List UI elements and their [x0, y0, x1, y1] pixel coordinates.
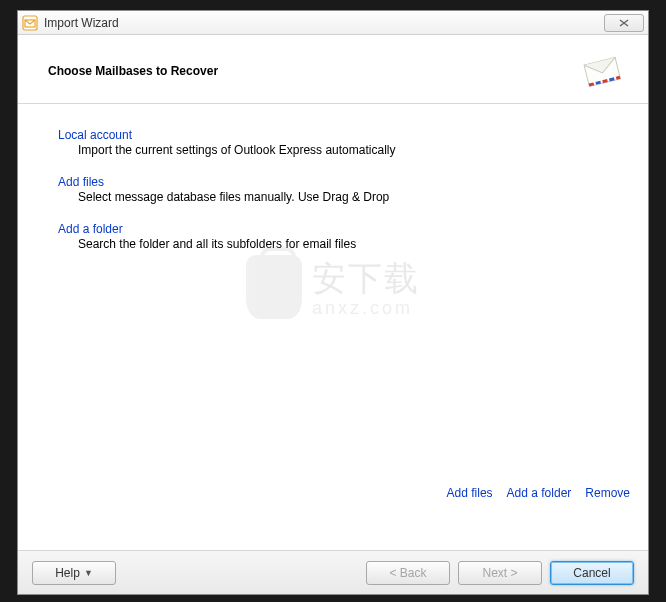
- add-files-desc: Select message database files manually. …: [58, 190, 618, 204]
- page-title: Choose Mailbases to Recover: [48, 64, 218, 78]
- action-remove[interactable]: Remove: [585, 486, 630, 500]
- option-add-folder: Add a folder Search the folder and all i…: [58, 222, 618, 251]
- back-label: < Back: [389, 566, 426, 580]
- option-local-account: Local account Import the current setting…: [58, 128, 618, 157]
- import-wizard-window: Import Wizard Choose Mailbases to Recove…: [17, 10, 649, 595]
- add-files-link[interactable]: Add files: [58, 175, 104, 189]
- app-icon: [22, 15, 38, 31]
- help-button[interactable]: Help ▼: [32, 561, 116, 585]
- content-area: Choose Mailbases to Recover: [18, 35, 648, 550]
- envelope-icon: [580, 53, 624, 89]
- back-button[interactable]: < Back: [366, 561, 450, 585]
- help-label: Help: [55, 566, 80, 580]
- add-folder-link[interactable]: Add a folder: [58, 222, 123, 236]
- add-folder-desc: Search the folder and all its subfolders…: [58, 237, 618, 251]
- wizard-footer: Help ▼ < Back Next > Cancel: [18, 550, 648, 594]
- titlebar: Import Wizard: [18, 11, 648, 35]
- cancel-button[interactable]: Cancel: [550, 561, 634, 585]
- watermark-latin: anxz.com: [312, 298, 420, 319]
- local-account-desc: Import the current settings of Outlook E…: [58, 143, 618, 157]
- action-add-folder[interactable]: Add a folder: [507, 486, 572, 500]
- action-links: Add files Add a folder Remove: [447, 486, 630, 500]
- wizard-header: Choose Mailbases to Recover: [18, 35, 648, 104]
- window-title: Import Wizard: [44, 16, 119, 30]
- option-add-files: Add files Select message database files …: [58, 175, 618, 204]
- chevron-down-icon: ▼: [84, 568, 93, 578]
- options-list: Local account Import the current setting…: [18, 104, 648, 279]
- next-label: Next >: [482, 566, 517, 580]
- next-button[interactable]: Next >: [458, 561, 542, 585]
- cancel-label: Cancel: [573, 566, 610, 580]
- close-button[interactable]: [604, 14, 644, 32]
- local-account-link[interactable]: Local account: [58, 128, 132, 142]
- close-icon: [618, 18, 630, 28]
- action-add-files[interactable]: Add files: [447, 486, 493, 500]
